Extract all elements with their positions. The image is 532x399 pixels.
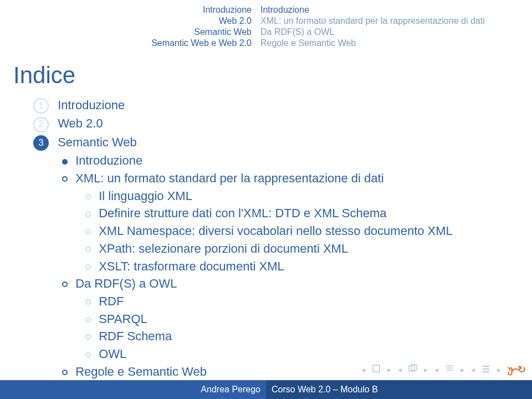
bullet-icon	[85, 352, 91, 357]
outline-label: Definire strutture dati con l'XML: DTD e…	[99, 206, 386, 220]
outline-label: XSLT: trasformare documenti XML	[99, 259, 284, 273]
section-number-icon: 3	[33, 135, 49, 151]
slide: Introduzione Web 2.0 Semantic Web Semant…	[0, 0, 532, 399]
outline-subitem[interactable]: XML: un formato standard per la rapprese…	[62, 170, 519, 187]
svg-rect-0	[373, 365, 380, 372]
outline-subsubitem[interactable]: Il linguaggio XML	[85, 188, 519, 204]
bullet-icon	[85, 299, 91, 305]
header-section[interactable]: Semantic Web	[6, 27, 252, 38]
outline-subsubitem[interactable]: Definire strutture dati con l'XML: DTD e…	[85, 205, 519, 222]
outline-label: SPARQL	[99, 312, 147, 326]
outline-label: RDF Schema	[99, 329, 172, 343]
bullet-icon	[85, 212, 91, 217]
outline-label: XML Namespace: diversi vocabolari nello …	[99, 224, 453, 238]
header-subsection[interactable]: XML: un formato standard per la rapprese…	[260, 16, 523, 27]
bullet-icon	[85, 264, 91, 270]
outline-label: Regole e Semantic Web	[75, 365, 207, 378]
outline-label: XPath: selezionare porzioni di documenti…	[99, 242, 348, 255]
outline: 1 Introduzione 2 Web 2.0 3 Semantic Web …	[0, 94, 532, 398]
outline-label: Semantic Web	[58, 135, 137, 149]
nav-subsection-icon[interactable]	[445, 364, 454, 375]
section-number-icon: 1	[33, 98, 49, 114]
nav-prev-section-icon[interactable]: ◂	[471, 365, 475, 374]
outline-subsubitem[interactable]: XML Namespace: diversi vocabolari nello …	[85, 223, 519, 239]
nav-prev-slide-icon[interactable]: ◂	[361, 365, 365, 374]
bullet-icon	[62, 282, 68, 287]
outline-subitem[interactable]: Da RDF(S) a OWL	[62, 275, 519, 292]
bullet-icon	[85, 247, 91, 252]
bullet-icon	[85, 194, 91, 200]
nav-next-subsection-icon[interactable]: ▸	[461, 365, 464, 374]
outline-label: Introduzione	[58, 98, 125, 112]
outline-subsubitem[interactable]: OWL	[85, 346, 519, 362]
footer-course: Corso Web 2.0 – Modulo B	[266, 380, 532, 399]
outline-subsubitem[interactable]: XPath: selezionare porzioni di documenti…	[85, 241, 519, 257]
bullet-icon	[62, 370, 68, 375]
header-section[interactable]: Web 2.0	[6, 16, 252, 27]
nav-next-section-icon[interactable]: ▸	[497, 365, 501, 374]
frame-title: Indice	[0, 49, 532, 94]
nav-frame-icon[interactable]	[408, 364, 417, 375]
nav-next-frame-icon[interactable]: ▸	[424, 365, 428, 374]
header-right-subsections: Introduzione XML: un formato standard pe…	[257, 4, 523, 49]
outline-subsubitem[interactable]: SPARQL	[85, 311, 519, 328]
nav-slide-icon[interactable]	[372, 364, 381, 375]
header-section[interactable]: Semantic Web e Web 2.0	[6, 38, 252, 49]
nav-next-slide-icon[interactable]: ▸	[387, 365, 391, 374]
header-subsection[interactable]: Introduzione	[260, 4, 523, 16]
bullet-icon	[85, 334, 91, 340]
header-subsection[interactable]: Regole e Semantic Web	[260, 38, 523, 49]
header-subsection[interactable]: Da RDF(S) a OWL	[260, 27, 523, 38]
outline-item-1[interactable]: 1 Introduzione	[33, 97, 519, 114]
header: Introduzione Web 2.0 Semantic Web Semant…	[0, 0, 532, 49]
nav-controls: ◂ ▸ ◂ ▸ ◂ ▸ ◂ ▸ უ⤺↻	[361, 364, 524, 376]
bullet-icon	[62, 159, 68, 165]
header-left-sections: Introduzione Web 2.0 Semantic Web Semant…	[6, 4, 257, 49]
bullet-icon	[85, 229, 91, 234]
outline-subsubitem[interactable]: RDF Schema	[85, 328, 519, 345]
section-number-icon: 2	[33, 117, 49, 132]
outline-subsubitem[interactable]: RDF	[85, 293, 519, 310]
outline-item-2[interactable]: 2 Web 2.0	[33, 115, 519, 132]
outline-label: OWL	[99, 347, 126, 361]
nav-section-icon[interactable]	[482, 364, 490, 375]
outline-label: Introduzione	[75, 154, 142, 167]
outline-label: RDF	[99, 294, 124, 308]
bullet-icon	[85, 317, 91, 323]
footer-author: Andrea Perego	[0, 380, 266, 399]
outline-item-3[interactable]: 3 Semantic Web	[33, 134, 519, 151]
nav-prev-frame-icon[interactable]: ◂	[398, 365, 402, 374]
nav-prev-subsection-icon[interactable]: ◂	[434, 365, 438, 374]
outline-label: XML: un formato standard per la rapprese…	[75, 171, 383, 185]
header-section[interactable]: Introduzione	[6, 4, 252, 16]
outline-label: Web 2.0	[58, 116, 103, 130]
outline-subitem[interactable]: Introduzione	[62, 152, 519, 169]
footer: Andrea Perego Corso Web 2.0 – Modulo B	[0, 380, 532, 399]
bullet-icon	[62, 176, 68, 182]
outline-subsubitem[interactable]: XSLT: trasformare documenti XML	[85, 258, 519, 275]
nav-loop-icon[interactable]: უ⤺↻	[508, 364, 524, 376]
outline-label: Da RDF(S) a OWL	[75, 277, 177, 290]
outline-label: Il linguaggio XML	[99, 189, 192, 203]
